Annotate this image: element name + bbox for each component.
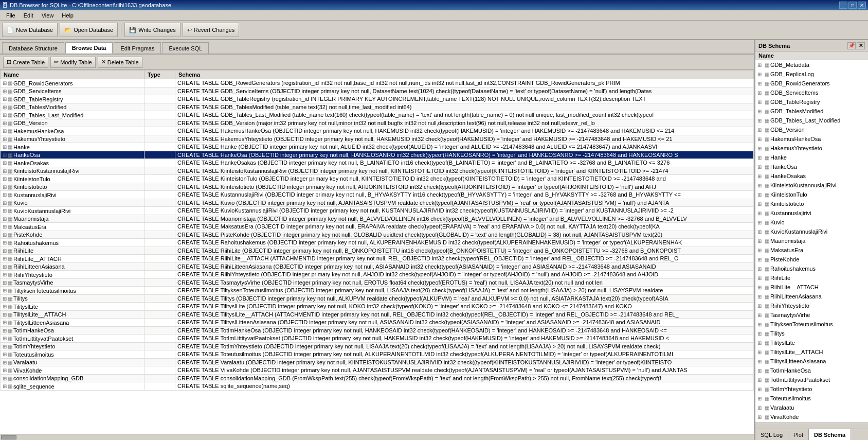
expand-button[interactable]: ⊞: [3, 104, 7, 110]
expand-button[interactable]: ⊞: [3, 120, 7, 126]
tab-browse-data[interactable]: Browse Data: [65, 42, 113, 54]
delete-table-button[interactable]: ✕ Delete Table: [98, 57, 142, 68]
expand-button[interactable]: ⊞: [3, 224, 7, 230]
table-row[interactable]: ⊞ ▦ HakemusHankeOsa CREATE TABLE Hakemus…: [1, 127, 754, 135]
table-row[interactable]: ⊞ ▦ GDB_Tables_Last_Modified CREATE TABL…: [1, 111, 754, 119]
expand-button[interactable]: ⊞: [3, 248, 7, 254]
expand-button[interactable]: ⊞: [3, 168, 7, 174]
table-row[interactable]: ⊞ ▦ TotImHankeOsa CREATE TABLE TotImHank…: [1, 326, 754, 335]
table-row[interactable]: ⊞ ▦ TasmaytysVirhe CREATE TABLE Tasmayty…: [1, 278, 754, 287]
expand-button[interactable]: ⊞: [3, 280, 7, 286]
table-container[interactable]: Name Type Schema ⊞ ▦ GDB_RowidGenerators…: [0, 70, 754, 434]
expand-button[interactable]: ⊞: [3, 320, 7, 325]
schema-list-item[interactable]: ⊞ ▦ ViivaKohde: [755, 412, 868, 421]
schema-list-item[interactable]: ⊞ ▦ TilityslLite__ATTACH: [755, 347, 868, 357]
schema-list-item[interactable]: ⊞ ▦ HakemusHankeOsa: [755, 134, 868, 144]
table-row[interactable]: ⊞ ▦ KustannuslajiRivi CREATE TABLE Kusta…: [1, 191, 754, 199]
table-row[interactable]: ⊞ ▦ Hanke CREATE TABLE Hanke (OBJECTID i…: [1, 143, 754, 151]
expand-button[interactable]: ⊞: [3, 264, 7, 270]
revert-changes-button[interactable]: ↩ Revert Changes: [183, 23, 240, 37]
title-bar-controls[interactable]: _ □ ✕: [839, 2, 866, 9]
open-database-button[interactable]: 📂 Open Database: [60, 23, 118, 37]
schema-pin-button[interactable]: 📌: [847, 42, 856, 49]
expand-button[interactable]: ⊞: [3, 256, 7, 261]
table-row[interactable]: ⊞ ▦ HankeOsakas CREATE TABLE HankeOsakas…: [1, 159, 754, 167]
table-row[interactable]: ⊞ ▦ GDB_TablesModified CREATE TABLE GDB_…: [1, 103, 754, 111]
close-button[interactable]: ✕: [858, 2, 866, 9]
table-row[interactable]: ⊞ ▦ sqlite_sequence CREATE TABLE sqlite_…: [1, 382, 754, 391]
schema-list-item[interactable]: ⊞ ▦ GDB_Version: [755, 125, 868, 134]
schema-list-item[interactable]: ⊞ ▦ PisteKohde: [755, 255, 868, 264]
menu-view[interactable]: View: [38, 11, 58, 20]
h-scrollbar[interactable]: [0, 434, 754, 440]
expand-button[interactable]: ⊞: [3, 328, 7, 333]
table-row[interactable]: ⊞ ▦ Maanomistaja CREATE TABLE Maanomista…: [1, 215, 754, 223]
table-row[interactable]: ⊞ ▦ HakemusYhteystieto CREATE TABLE Hake…: [1, 135, 754, 143]
schema-list-item[interactable]: ⊞ ▦ RiihiLite__ATTACH: [755, 283, 868, 292]
expand-button[interactable]: ⊞: [3, 383, 7, 389]
schema-h-scrollbar[interactable]: [755, 423, 868, 429]
expand-button[interactable]: ⊞: [3, 136, 7, 142]
expand-button[interactable]: ⊞: [3, 192, 7, 198]
schema-list-item[interactable]: ⊞ ▦ GDB_TableRegistry: [755, 97, 868, 107]
modify-table-button[interactable]: ✏ Modify Table: [50, 57, 96, 68]
expand-button[interactable]: ⊞: [3, 367, 7, 373]
schema-list-item[interactable]: ⊞ ▦ TotImYhteystieto: [755, 384, 868, 394]
expand-button[interactable]: ⊞: [3, 288, 7, 293]
table-row[interactable]: ⊞ ▦ Varalaatu CREATE TABLE Varalaatu (OB…: [1, 358, 754, 366]
schema-list-item[interactable]: ⊞ ▦ HakemusYhteystieto: [755, 144, 868, 153]
schema-list-item[interactable]: ⊞ ▦ TotImHankeOsa: [755, 366, 868, 375]
table-row[interactable]: ⊞ ▦ KuvioKustannuslajiRivi CREATE TABLE …: [1, 207, 754, 215]
schema-list-item[interactable]: ⊞ ▦ GDB_Metadata: [755, 60, 868, 69]
tab-database-structure[interactable]: Database Structure: [2, 42, 64, 54]
table-row[interactable]: ⊞ ▦ Kuvio CREATE TABLE Kuvio (OBJECTID i…: [1, 199, 754, 207]
expand-button[interactable]: ⊞: [3, 216, 7, 222]
menu-help[interactable]: Help: [58, 11, 78, 20]
schema-list-item[interactable]: ⊞ ▦ RiihiLite: [755, 273, 868, 283]
table-row[interactable]: ⊞ ▦ RiihiYhteystieto CREATE TABLE RiihiY…: [1, 271, 754, 279]
schema-list-item[interactable]: ⊞ ▦ GDB_ServiceItems: [755, 88, 868, 97]
table-row[interactable]: ⊞ ▦ KiinteistoKustannuslajiRivi CREATE T…: [1, 167, 754, 175]
expand-button[interactable]: ⊞: [3, 128, 7, 134]
table-row[interactable]: ⊞ ▦ HankeOsa CREATE TABLE HankeOsa (OBJE…: [1, 151, 754, 159]
expand-button[interactable]: ⊞: [3, 184, 7, 190]
expand-button[interactable]: ⊞: [3, 240, 7, 245]
new-database-button[interactable]: 📄 New Database: [2, 23, 58, 37]
minimize-button[interactable]: _: [839, 2, 847, 9]
table-row[interactable]: ⊞ ▦ GDB_RowidGenerators CREATE TABLE GDB…: [1, 79, 754, 87]
schema-list-item[interactable]: ⊞ ▦ Varalaatu: [755, 403, 868, 412]
table-row[interactable]: ⊞ ▦ TotImLittityvatPaatokset CREATE TABL…: [1, 335, 754, 343]
expand-button[interactable]: ⊞: [3, 376, 7, 381]
expand-button[interactable]: ⊞: [3, 312, 7, 318]
expand-button[interactable]: ⊞: [3, 304, 7, 309]
tab-execute-sql[interactable]: Execute SQL: [162, 42, 209, 54]
create-table-button[interactable]: ⊞ Create Table: [3, 57, 48, 68]
schema-list-item[interactable]: ⊞ ▦ TiltyksenToteutusilmoitus: [755, 320, 868, 329]
expand-button[interactable]: ⊞: [3, 336, 7, 341]
schema-list-item[interactable]: ⊞ ▦ Tilitys: [755, 329, 868, 338]
table-row[interactable]: ⊞ ▦ GDB_Version CREATE TABLE GDB_Version…: [1, 119, 754, 127]
expand-button[interactable]: ⊞: [3, 160, 7, 166]
table-row[interactable]: ⊞ ▦ TilityslLitteenAsiasana CREATE TABLE…: [1, 319, 754, 327]
expand-button[interactable]: ⊞: [3, 152, 7, 158]
table-row[interactable]: ⊞ ▦ ViivaKohde CREATE TABLE ViivaKohde (…: [1, 366, 754, 375]
expand-button[interactable]: ⊞: [3, 351, 7, 357]
col-type[interactable]: Type: [144, 71, 175, 79]
schema-list-item[interactable]: ⊞ ▦ Toteutusilmoitus: [755, 394, 868, 403]
menu-file[interactable]: File: [2, 11, 20, 20]
schema-list-item[interactable]: ⊞ ▦ MaksatusEra: [755, 245, 868, 255]
table-row[interactable]: ⊞ ▦ KiinteistonTulo CREATE TABLE Kiintei…: [1, 175, 754, 183]
col-name[interactable]: Name: [1, 71, 144, 79]
schema-list-item[interactable]: ⊞ ▦ KiinteistonTulo: [755, 190, 868, 199]
schema-list-item[interactable]: ⊞ ▦ Rahoitushakemus: [755, 264, 868, 273]
expand-button[interactable]: ⊞: [3, 80, 7, 86]
schema-list-item[interactable]: ⊞ ▦ Hanke: [755, 153, 868, 162]
expand-button[interactable]: ⊞: [3, 208, 7, 214]
table-row[interactable]: ⊞ ▦ Tilitys CREATE TABLE Tilitys (OBJECT…: [1, 294, 754, 303]
schema-list-item[interactable]: ⊞ ▦ TilityslLite: [755, 338, 868, 347]
table-row[interactable]: ⊞ ▦ RiihiLite__ATTACH CREATE TABLE Riihi…: [1, 255, 754, 263]
table-row[interactable]: ⊞ ▦ consolidationMapping_GDB CREATE TABL…: [1, 374, 754, 382]
col-schema[interactable]: Schema: [175, 71, 754, 79]
schema-tab-plot[interactable]: Plot: [788, 429, 809, 440]
schema-list-item[interactable]: ⊞ ▦ TasmaytysVirhe: [755, 310, 868, 320]
